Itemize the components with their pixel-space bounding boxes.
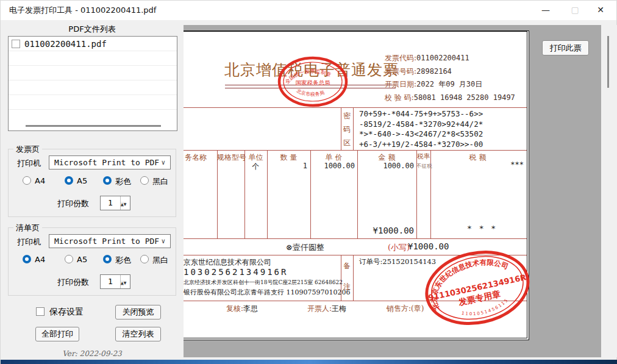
paper-color-options: A4 A5 彩色 黑白 xyxy=(9,176,177,186)
radio-a4-label[interactable]: A4 xyxy=(35,255,45,264)
minimize-button[interactable]: — xyxy=(533,1,558,20)
pdf-list-title: PDF文件列表 xyxy=(1,24,184,35)
version-label: Ver: 2022-09-23 xyxy=(1,349,184,358)
copies-label: 打印份数 xyxy=(57,277,89,288)
total-amount: ¥1000.00 xyxy=(357,226,414,235)
small-amount-label: (小写) xyxy=(388,242,410,253)
copies-value[interactable]: 1 xyxy=(101,196,120,210)
password-area-char: 码 xyxy=(342,124,352,135)
radio-a5[interactable] xyxy=(65,255,73,263)
scrollbar-thumb[interactable] xyxy=(607,36,609,88)
total-tax: * * * xyxy=(467,224,497,233)
chevron-down-icon: ∨ xyxy=(161,156,165,169)
list-page-group: 清单页 打印机 Microsoft Print to PDF ∨ A4 A5 彩… xyxy=(8,227,176,296)
stepper-up-icon[interactable]: ▲ xyxy=(121,280,124,285)
print-all-button[interactable]: 全部打印 xyxy=(35,327,79,341)
list-item-empty xyxy=(9,80,177,95)
number-label: 发票号码: xyxy=(385,67,416,76)
copies-label: 打印份数 xyxy=(57,198,89,209)
copies-stepper[interactable]: 1 ▲▼ xyxy=(100,274,130,289)
list-item[interactable]: 011002200411.pdf xyxy=(9,37,177,51)
printer-select[interactable]: Microsoft Print to PDF ∨ xyxy=(49,234,171,248)
close-preview-button[interactable]: 关闭预览 xyxy=(115,305,161,319)
radio-a5-label[interactable]: A5 xyxy=(77,176,87,185)
issuer-name: 王梅 xyxy=(332,304,346,313)
date-value: 2022 年09 月30日 xyxy=(416,80,482,88)
list-horizontal-scrollbar[interactable] xyxy=(26,125,161,127)
invoice-header-info: 发票代码:011002200411 发票号码:28982164 开票日期:202… xyxy=(385,52,515,104)
circle-x-icon: ⊗ xyxy=(286,243,293,252)
radio-a4[interactable] xyxy=(23,255,31,263)
stamp-arc-bottom: 北京市税务局 xyxy=(295,88,325,98)
remark-label-char: 备 xyxy=(342,261,352,271)
radio-bw[interactable] xyxy=(140,176,149,185)
printer-label: 打印机 xyxy=(17,158,41,169)
grid-vline xyxy=(341,107,341,150)
desktop-background-strip xyxy=(1,360,617,364)
cell-qty: 1 xyxy=(267,162,307,170)
reviewer-name: 李思 xyxy=(243,304,258,313)
radio-color[interactable] xyxy=(103,255,112,263)
window-title: 电子发票打印工具 - 011002200411.pdf xyxy=(9,1,156,20)
reviewer-label: 复核: xyxy=(226,304,243,313)
stepper-down-icon[interactable]: ▼ xyxy=(124,202,127,206)
save-settings-checkbox[interactable] xyxy=(36,307,45,316)
cell-taxrate: 不征税 xyxy=(416,163,430,170)
radio-bw-label[interactable]: 黑白 xyxy=(152,176,168,187)
list-item-empty xyxy=(9,95,177,110)
password-area-char: 区 xyxy=(342,138,352,148)
printer-selected-value: Microsoft Print to PDF xyxy=(54,237,159,246)
printer-label: 打印机 xyxy=(17,237,41,248)
list-item-empty xyxy=(9,66,177,80)
radio-color[interactable] xyxy=(103,176,112,185)
printer-select[interactable]: Microsoft Print to PDF ∨ xyxy=(49,155,171,170)
file-checkbox[interactable] xyxy=(12,40,20,48)
radio-a5-label[interactable]: A5 xyxy=(77,255,87,264)
radio-a4-label[interactable]: A4 xyxy=(35,176,45,185)
radio-a4[interactable] xyxy=(23,176,31,185)
chevron-down-icon: ∨ xyxy=(161,235,165,248)
control-panel: PDF文件列表 011002200411.pdf 发票页 打印机 Microso… xyxy=(1,20,184,360)
copies-value[interactable]: 1 xyxy=(101,275,120,288)
print-this-button[interactable]: 打印此票 xyxy=(542,40,589,55)
radio-bw-label[interactable]: 黑白 xyxy=(152,255,168,266)
col-header-taxrate: 税率 xyxy=(416,152,430,161)
password-area-char: 密 xyxy=(342,111,352,121)
list-item-empty xyxy=(9,51,177,66)
seller-address: 北京经济技术开发区科创十一街18号院C座2层215室 62648622 xyxy=(184,279,343,287)
close-button[interactable]: ✕ xyxy=(588,1,613,20)
cell-tax: *** xyxy=(430,160,524,169)
issuer-label: 开票人: xyxy=(307,304,332,313)
seller-sign-label: 销售方:(章) xyxy=(387,304,424,314)
grid-hline xyxy=(184,238,527,239)
number-value: 28982164 xyxy=(416,67,452,76)
stamp-center: 国家税务总局 xyxy=(296,79,330,86)
small-amount-value: ¥1000.00 xyxy=(408,241,449,251)
cell-unit: 个 xyxy=(244,162,267,172)
vertical-scrollbar[interactable] xyxy=(601,25,617,357)
group-title: 发票页 xyxy=(13,144,42,155)
paper-color-options: A4 A5 彩色 黑白 xyxy=(9,255,177,265)
radio-color-label[interactable]: 彩色 xyxy=(115,255,131,266)
radio-bw[interactable] xyxy=(140,255,149,263)
password-cipher-text: 70+59+-*044-75+9+>5753--6>> -8519/2-4584… xyxy=(359,109,526,149)
amount-in-words: 壹仟圆整 xyxy=(293,243,324,252)
radio-a5[interactable] xyxy=(65,176,73,185)
grid-vline xyxy=(217,150,218,238)
grid-vline xyxy=(353,255,354,301)
checksum-label: 校 验 码: xyxy=(385,93,414,102)
save-settings-label[interactable]: 保存设置 xyxy=(49,307,84,318)
maximize-button[interactable]: ▢ xyxy=(563,1,587,20)
copies-stepper[interactable]: 1 ▲▼ xyxy=(100,196,130,210)
pdf-file-list[interactable]: 011002200411.pdf xyxy=(8,36,177,131)
clear-list-button[interactable]: 清空列表 xyxy=(115,327,161,341)
grid-vline xyxy=(353,107,354,150)
stepper-down-icon[interactable]: ▼ xyxy=(124,280,127,285)
app-window: 电子发票打印工具 - 011002200411.pdf — ▢ ✕ PDF文件列… xyxy=(0,0,617,364)
code-value: 011002200411 xyxy=(416,54,469,62)
date-label: 开票日期: xyxy=(385,80,416,88)
seller-company-stamp: 北京京东世纪信息技术有限公司 91110302562134916R 发票专用章 … xyxy=(416,240,539,337)
stepper-up-icon[interactable]: ▲ xyxy=(121,202,124,207)
grid-hline xyxy=(184,107,527,108)
radio-color-label[interactable]: 彩色 xyxy=(115,176,131,187)
